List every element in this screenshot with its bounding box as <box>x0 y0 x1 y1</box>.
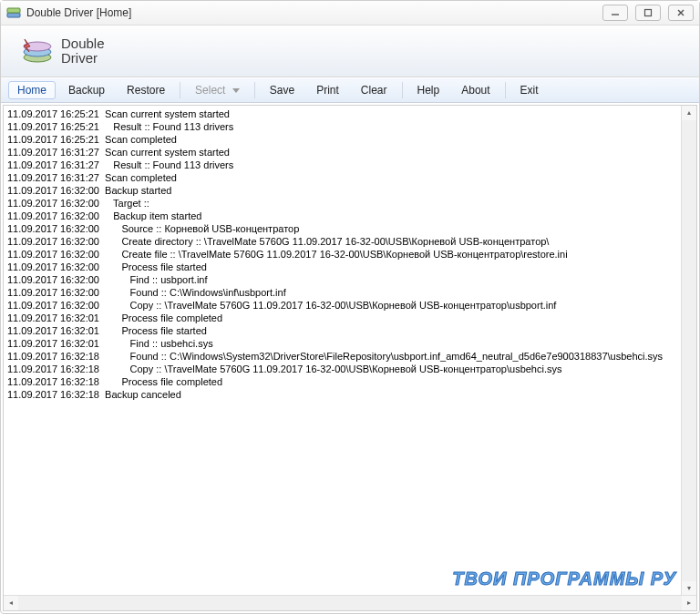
maximize-button[interactable] <box>635 5 661 21</box>
log-line: 11.09.2017 16:25:21 Result :: Found 113 … <box>7 120 678 133</box>
toolbar-backup[interactable]: Backup <box>59 81 114 99</box>
log-line: 11.09.2017 16:32:00 Copy :: \TravelMate … <box>7 299 678 312</box>
log-line: 11.09.2017 16:32:00 Source :: Корневой U… <box>7 222 678 235</box>
logo-text: Double Driver <box>61 36 105 66</box>
log-line: 11.09.2017 16:32:00 Backup item started <box>7 210 678 222</box>
log-line: 11.09.2017 16:32:00 Find :: usbport.inf <box>7 273 678 286</box>
app-window: Double Driver [Home] <box>0 0 700 614</box>
log-line: 11.09.2017 16:32:00 Backup started <box>7 184 678 197</box>
log-line: 11.09.2017 16:32:18 Found :: C:\Windows\… <box>7 350 678 363</box>
log-line: 11.09.2017 16:32:01 Find :: usbehci.sys <box>7 337 678 350</box>
log-line: 11.09.2017 16:32:01 Process file complet… <box>7 312 678 324</box>
toolbar-about[interactable]: About <box>452 81 499 99</box>
toolbar-help[interactable]: Help <box>408 81 449 99</box>
toolbar-select-label: Select <box>195 84 225 97</box>
app-icon <box>6 5 21 20</box>
toolbar-exit[interactable]: Exit <box>511 81 548 99</box>
vertical-scrollbar[interactable]: ▴ ▾ <box>681 106 696 596</box>
toolbar-separator <box>402 82 403 98</box>
toolbar-separator <box>505 82 506 98</box>
scroll-right-icon[interactable]: ▸ <box>682 596 696 610</box>
log-line: 11.09.2017 16:32:01 Process file started <box>7 324 678 337</box>
log-line: 11.09.2017 16:25:21 Scan completed <box>7 133 678 146</box>
horizontal-scrollbar[interactable]: ◂ ▸ <box>4 595 696 610</box>
toolbar-print[interactable]: Print <box>307 81 348 99</box>
scroll-up-icon[interactable]: ▴ <box>682 106 696 120</box>
toolbar-clear[interactable]: Clear <box>352 81 396 99</box>
logo-icon <box>21 37 54 65</box>
log-line: 11.09.2017 16:32:00 Process file started <box>7 261 678 273</box>
logo-line2: Driver <box>61 51 105 66</box>
toolbar-home[interactable]: Home <box>8 81 56 99</box>
log-line: 11.09.2017 16:32:18 Backup canceled <box>7 388 678 401</box>
window-title: Double Driver [Home] <box>26 6 131 19</box>
svg-rect-0 <box>7 13 20 17</box>
log-line: 11.09.2017 16:32:18 Copy :: \TravelMate … <box>7 363 678 375</box>
log-panel[interactable]: 11.09.2017 16:25:21 Scan current system … <box>3 105 697 611</box>
minimize-button[interactable] <box>602 5 628 21</box>
log-text[interactable]: 11.09.2017 16:25:21 Scan current system … <box>4 106 682 596</box>
logo-line1: Double <box>61 36 105 51</box>
scroll-left-icon[interactable]: ◂ <box>4 596 18 610</box>
log-line: 11.09.2017 16:32:00 Create file :: \Trav… <box>7 248 678 261</box>
toolbar-save[interactable]: Save <box>261 81 304 99</box>
log-line: 11.09.2017 16:32:00 Target :: <box>7 197 678 210</box>
log-line: 11.09.2017 16:31:27 Scan current system … <box>7 146 678 159</box>
log-line: 11.09.2017 16:32:00 Found :: C:\Windows\… <box>7 286 678 299</box>
scroll-down-icon[interactable]: ▾ <box>682 581 696 596</box>
window-controls <box>602 5 694 21</box>
log-line: 11.09.2017 16:25:21 Scan current system … <box>7 107 678 120</box>
log-line: 11.09.2017 16:32:18 Process file complet… <box>7 375 678 388</box>
app-logo: Double Driver <box>21 36 105 66</box>
scroll-track[interactable] <box>682 120 696 581</box>
close-button[interactable] <box>668 5 694 21</box>
svg-rect-1 <box>7 8 20 13</box>
toolbar-separator <box>180 82 180 98</box>
log-line: 11.09.2017 16:31:27 Scan completed <box>7 171 678 184</box>
titlebar[interactable]: Double Driver [Home] <box>1 1 699 26</box>
log-line: 11.09.2017 16:31:27 Result :: Found 113 … <box>7 159 678 171</box>
chevron-down-icon <box>232 88 240 93</box>
scroll-track[interactable] <box>18 596 682 610</box>
toolbar-separator <box>254 82 255 98</box>
header-band: Double Driver <box>1 26 699 77</box>
toolbar-select: Select <box>186 81 249 99</box>
content-area: 11.09.2017 16:25:21 Scan current system … <box>1 103 699 613</box>
svg-rect-3 <box>645 10 652 16</box>
log-line: 11.09.2017 16:32:00 Create directory :: … <box>7 235 678 248</box>
toolbar: Home Backup Restore Select Save Print Cl… <box>1 77 699 103</box>
toolbar-restore[interactable]: Restore <box>118 81 174 99</box>
